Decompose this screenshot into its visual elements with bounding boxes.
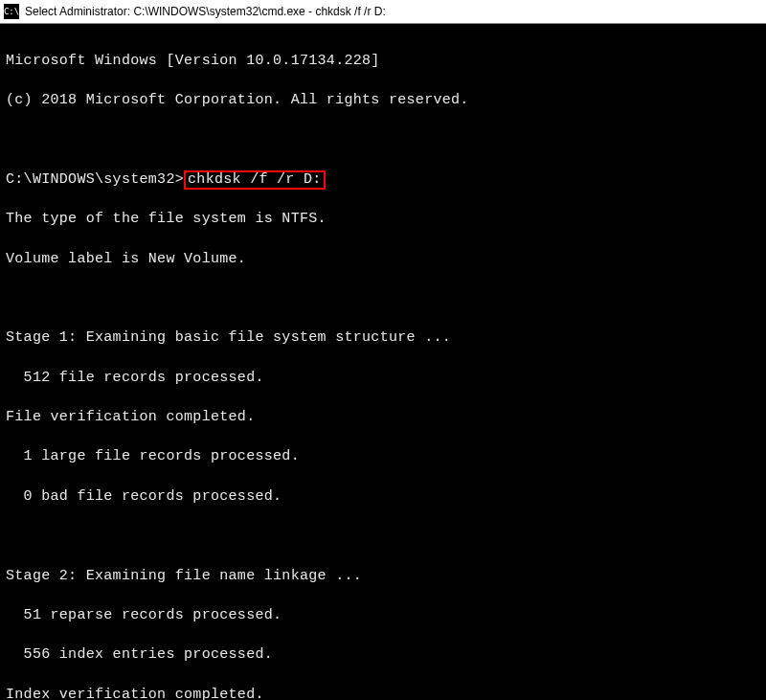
cmd-icon: C:\ xyxy=(4,4,19,19)
terminal-output[interactable]: Microsoft Windows [Version 10.0.17134.22… xyxy=(0,24,766,700)
window-titlebar[interactable]: C:\ Select Administrator: C:\WINDOWS\sys… xyxy=(0,0,766,24)
blank-line xyxy=(6,130,760,150)
command-line: C:\WINDOWS\system32>chkdsk /f /r D: xyxy=(6,170,760,191)
stage2-line: 51 reparse records processed. xyxy=(6,606,760,626)
stage1-line: 1 large file records processed. xyxy=(6,447,760,467)
highlighted-command: chkdsk /f /r D: xyxy=(184,170,326,191)
stage2-line: 556 index entries processed. xyxy=(6,645,760,666)
stage1-line: 0 bad file records processed. xyxy=(6,487,760,508)
stage1-line: 512 file records processed. xyxy=(6,369,760,389)
stage1-line: File verification completed. xyxy=(6,408,760,428)
window-title: Select Administrator: C:\WINDOWS\system3… xyxy=(25,5,386,18)
prompt-path: C:\WINDOWS\system32> xyxy=(6,171,184,188)
version-line: Microsoft Windows [Version 10.0.17134.22… xyxy=(6,52,760,72)
stage2-line: Index verification completed. xyxy=(6,686,760,700)
stage2-title: Stage 2: Examining file name linkage ... xyxy=(6,567,760,587)
blank-line xyxy=(6,289,760,309)
fs-type-line: The type of the file system is NTFS. xyxy=(6,210,760,230)
stage1-title: Stage 1: Examining basic file system str… xyxy=(6,328,760,349)
blank-line xyxy=(6,527,760,547)
copyright-line: (c) 2018 Microsoft Corporation. All righ… xyxy=(6,91,760,111)
volume-label-line: Volume label is New Volume. xyxy=(6,250,760,270)
